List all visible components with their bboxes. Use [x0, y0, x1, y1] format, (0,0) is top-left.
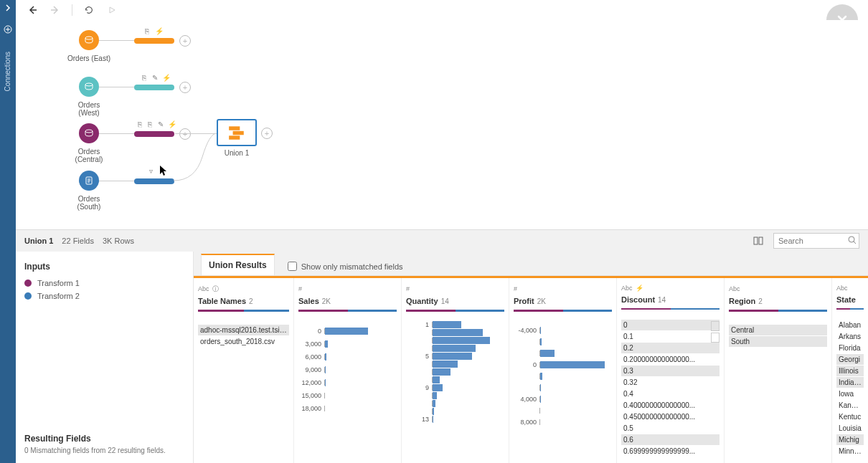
input-row[interactable]: Transform 2 [24, 292, 184, 300]
value-item[interactable]: Alaban [836, 320, 864, 330]
flow-canvas[interactable]: Orders (East) ⎘⚡ + Orders (West) ⎘✎⚡ + O… [16, 20, 868, 229]
svg-point-3 [85, 130, 93, 133]
mismatch-checkbox[interactable]: Show only mismatched fields [288, 262, 403, 275]
mismatch-input[interactable] [288, 262, 297, 271]
hist-row [514, 405, 612, 416]
profile-view-button[interactable] [752, 234, 765, 247]
value-item[interactable]: Central [729, 325, 827, 335]
hist-row: 0 [514, 359, 612, 371]
hist-row: 18,000 [298, 402, 397, 415]
recommend-icon[interactable] [711, 321, 720, 331]
value-item[interactable]: orders_south_2018.csv [198, 336, 289, 347]
field-name: Profit2K [514, 297, 612, 305]
step-south[interactable] [134, 178, 174, 184]
add-connection-button[interactable] [0, 22, 16, 37]
union-node[interactable] [217, 119, 257, 146]
hist-row: 12,000 [298, 376, 397, 389]
profile-region[interactable]: Abc Region2 Central South [725, 278, 832, 463]
value-item[interactable]: Indiana [836, 377, 864, 388]
forward-button[interactable] [49, 4, 62, 16]
connector [99, 40, 135, 41]
value-item[interactable]: Kansas [836, 400, 864, 411]
value-item[interactable]: 0.2 [621, 343, 720, 353]
value-item[interactable]: 0.4 [621, 388, 720, 399]
inputs-pane: Inputs Transform 1 Transform 2 Resulting… [16, 252, 194, 463]
step-icons-west: ⎘✎⚡ [142, 74, 169, 82]
step-east[interactable] [134, 38, 174, 44]
toolbar [16, 0, 868, 20]
refresh-button[interactable] [82, 4, 95, 16]
hist-row [406, 328, 504, 336]
value-item[interactable]: Iowa [836, 388, 864, 399]
separator [72, 4, 72, 16]
value-item[interactable]: 0.6 [621, 434, 720, 445]
node-label: Orders (East) [67, 54, 110, 62]
tab-union-results[interactable]: Union Results [201, 254, 275, 275]
fields-count: 22 Fields [62, 237, 94, 245]
value-item[interactable]: Kentuc [836, 411, 864, 422]
node-orders-south[interactable]: Orders (South) [67, 171, 110, 211]
inputs-title: Inputs [24, 262, 184, 272]
value-item[interactable]: adhoc-mssql2016.test.tsi.l... [198, 325, 289, 335]
hist-row: 6,000 [298, 350, 397, 363]
step-icons-central: ⎘⎘✎⚡ [138, 120, 175, 128]
back-button[interactable] [26, 4, 39, 16]
selection-title: Union 1 [24, 237, 53, 245]
value-item[interactable]: 0.450000000000000... [621, 411, 720, 422]
profile-quantity[interactable]: # Quantity14 15913 [402, 278, 509, 463]
hist-row: 15,000 [298, 389, 397, 402]
svg-point-1 [85, 37, 93, 39]
node-label: Orders (Central) [67, 148, 110, 163]
hist-row [514, 348, 612, 359]
svg-rect-7 [229, 135, 240, 139]
value-item[interactable]: 0.5 [621, 423, 720, 434]
node-label: Orders (South) [67, 195, 110, 211]
value-item[interactable]: Minnes [836, 446, 864, 457]
hist-row [406, 399, 504, 407]
hist-row: -4,000 [514, 325, 612, 336]
value-item[interactable]: Florida [836, 343, 864, 353]
add-step-east[interactable]: + [179, 35, 191, 47]
node-orders-west[interactable]: Orders (West) [67, 77, 110, 117]
hist-row: 4,000 [514, 393, 612, 405]
value-item[interactable]: 0.200000000000000... [621, 354, 720, 365]
value-item[interactable]: Georgi [836, 354, 864, 365]
value-item[interactable]: 0.3 [621, 366, 720, 376]
input-label: Transform 2 [37, 292, 80, 300]
connector [99, 181, 135, 181]
profile-table-names[interactable]: Abc ⓘ Table Names2 adhoc-mssql2016.test.… [194, 278, 294, 463]
profile-sales[interactable]: # Sales2K 03,0006,0009,00012,00015,00018… [294, 278, 402, 463]
hist-row [406, 336, 504, 344]
rail-toggle[interactable] [0, 0, 16, 16]
hist-row: 13 [406, 415, 504, 423]
add-step-union[interactable]: + [261, 128, 273, 139]
node-orders-east[interactable]: Orders (East) [67, 30, 110, 62]
value-item[interactable]: Michig [836, 434, 864, 445]
field-name: Table Names2 [198, 297, 289, 305]
value-item[interactable]: 0.699999999999999... [621, 446, 720, 457]
step-central[interactable] [134, 131, 174, 137]
step-icons-south: ▿ [149, 167, 156, 175]
search-box [773, 233, 859, 249]
value-item[interactable]: 0.400000000000000... [621, 400, 720, 411]
profile-state[interactable]: Abc State AlabanArkansFloridaGeorgiIllin… [832, 278, 868, 463]
node-orders-central[interactable]: Orders (Central) [67, 123, 110, 163]
step-west[interactable] [134, 85, 174, 90]
value-item[interactable]: Illinois [836, 366, 864, 376]
hist-row: 3,000 [298, 338, 397, 350]
bottom-panel: Union 1 22 Fields 3K Rows Inputs Transfo… [16, 229, 868, 463]
recommend-icon[interactable] [711, 333, 720, 343]
search-input[interactable] [773, 233, 859, 249]
value-item[interactable]: 0 [621, 320, 720, 330]
value-item[interactable]: Louisia [836, 423, 864, 434]
value-item[interactable]: South [729, 336, 827, 347]
value-item[interactable]: Arkans [836, 331, 864, 342]
input-row[interactable]: Transform 1 [24, 279, 184, 287]
value-item[interactable]: 0.1 [621, 331, 720, 342]
run-button[interactable] [105, 4, 118, 16]
type-icon: # [514, 284, 612, 294]
value-item[interactable]: 0.32 [621, 377, 720, 388]
profile-profit[interactable]: # Profit2K -4,00004,0008,000 [509, 278, 617, 463]
profile-discount[interactable]: Abc ⚡ Discount14 00.10.20.20000000000000… [617, 278, 725, 463]
add-step-west[interactable]: + [179, 82, 191, 93]
